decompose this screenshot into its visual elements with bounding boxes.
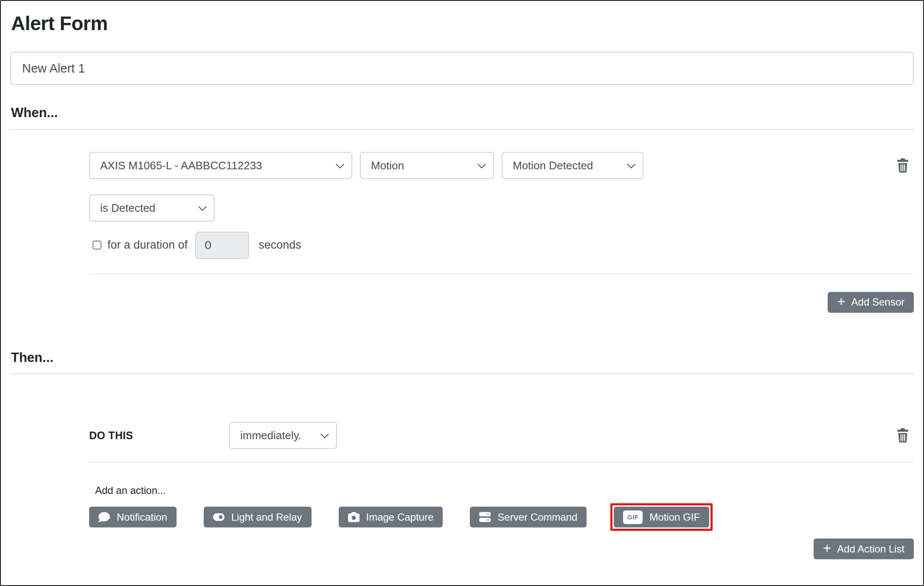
when-divider: [10, 129, 914, 130]
metric-select[interactable]: Motion: [360, 152, 494, 179]
motion-gif-highlight-border: GIF Motion GIF: [610, 503, 713, 531]
trash-icon: [897, 428, 909, 443]
add-action-list-row: + Add Action List: [89, 538, 914, 559]
condition-select-wrap: is Detected: [89, 194, 215, 222]
alert-form-page: Alert Form When... AXIS M1065-L - AABBCC…: [0, 0, 924, 586]
sensor-block-divider: [89, 273, 914, 274]
action-button-label: Light and Relay: [231, 511, 302, 523]
condition-row: is Detected: [89, 194, 914, 222]
page-title: Alert Form: [11, 12, 914, 35]
delete-action-list-button[interactable]: [897, 428, 909, 443]
add-action-list-label: Add Action List: [837, 543, 904, 555]
toggle-on-icon: [213, 511, 225, 523]
do-this-divider: [89, 462, 914, 463]
action-block: DO THIS immediately. Add an action.: [89, 422, 914, 559]
add-action-label: Add an action...: [95, 485, 914, 496]
sensor-condition-block: AXIS M1065-L - AABBCC112233 Motion Motio…: [89, 152, 914, 313]
add-sensor-button[interactable]: + Add Sensor: [828, 292, 914, 313]
duration-unit-label: seconds: [258, 238, 301, 252]
duration-label: for a duration of: [107, 238, 188, 252]
gif-icon: GIF: [623, 510, 643, 524]
action-button-label: Image Capture: [366, 511, 434, 523]
light-and-relay-action-button[interactable]: Light and Relay: [204, 507, 312, 527]
motion-gif-action-button[interactable]: GIF Motion GIF: [614, 507, 709, 527]
add-action-list-button[interactable]: + Add Action List: [814, 538, 914, 559]
timing-select-wrap: immediately.: [229, 422, 337, 449]
add-sensor-row: + Add Sensor: [89, 292, 914, 313]
do-this-row: DO THIS immediately.: [89, 422, 914, 449]
action-button-label: Server Command: [497, 511, 577, 523]
timing-select[interactable]: immediately.: [229, 422, 337, 449]
notification-action-button[interactable]: Notification: [89, 507, 177, 527]
plus-icon: +: [837, 294, 845, 308]
add-sensor-label: Add Sensor: [851, 296, 904, 308]
when-heading: When...: [11, 105, 914, 121]
camera-icon: [348, 511, 359, 523]
server-icon: [479, 511, 491, 523]
duration-checkbox[interactable]: [93, 241, 101, 250]
sensor-select[interactable]: AXIS M1065-L - AABBCC112233: [89, 152, 352, 179]
trash-icon: [897, 158, 909, 173]
comment-icon: [98, 511, 110, 523]
action-button-label: Motion GIF: [649, 511, 700, 523]
alert-name-input[interactable]: [10, 52, 914, 85]
action-buttons-row: Notification Light and Relay Image Captu…: [89, 507, 914, 527]
do-this-label: DO THIS: [89, 429, 229, 442]
duration-row: for a duration of seconds: [89, 232, 914, 259]
then-divider: [10, 373, 914, 374]
sensor-select-wrap: AXIS M1065-L - AABBCC112233: [89, 152, 352, 179]
then-heading: Then...: [11, 350, 914, 365]
image-capture-action-button[interactable]: Image Capture: [339, 507, 443, 527]
event-select-wrap: Motion Detected: [502, 152, 643, 179]
action-button-label: Notification: [117, 511, 167, 523]
duration-input[interactable]: [195, 232, 249, 259]
plus-icon: +: [823, 541, 831, 555]
event-select[interactable]: Motion Detected: [502, 152, 643, 179]
delete-sensor-button[interactable]: [897, 158, 909, 173]
metric-select-wrap: Motion: [360, 152, 494, 179]
condition-select[interactable]: is Detected: [89, 194, 215, 222]
server-command-action-button[interactable]: Server Command: [470, 507, 587, 527]
sensor-row: AXIS M1065-L - AABBCC112233 Motion Motio…: [89, 152, 914, 179]
